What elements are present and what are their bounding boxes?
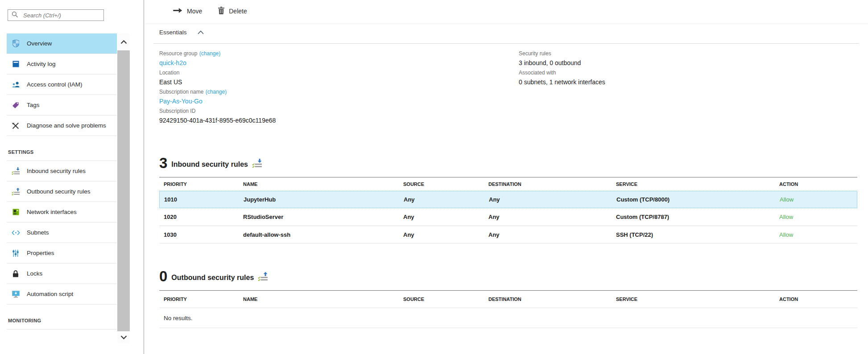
sidebar-item-tags[interactable]: Tags bbox=[7, 95, 117, 115]
cell-priority: 1010 bbox=[160, 196, 239, 203]
sidebar-item-locks[interactable]: Locks bbox=[7, 263, 117, 284]
sidebar-item-overview[interactable]: Overview bbox=[7, 33, 117, 54]
sidebar-item-activity-log[interactable]: Activity log bbox=[7, 54, 117, 74]
essentials-pair: Security rules 3 inbound, 0 outbound bbox=[519, 49, 605, 68]
subscription-name-value[interactable]: Pay-As-You-Go bbox=[159, 96, 519, 107]
inbound-rules-table: PRIORITY NAME SOURCE DESTINATION SERVICE… bbox=[159, 177, 857, 243]
search-icon bbox=[12, 11, 18, 20]
cell-service: Custom (TCP/8787) bbox=[612, 214, 775, 220]
no-results-message: No results. bbox=[159, 308, 857, 328]
essentials-panel: Resource group (change) quick-h2o Locati… bbox=[159, 49, 857, 126]
cell-source: Any bbox=[399, 196, 484, 203]
cell-service: Custom (TCP/8000) bbox=[612, 196, 775, 203]
inbound-table-header: PRIORITY NAME SOURCE DESTINATION SERVICE… bbox=[159, 177, 857, 191]
sidebar-item-label: Access control (IAM) bbox=[27, 81, 83, 88]
essentials-pair: Subscription ID 92429150-401a-431f-8955-… bbox=[159, 107, 519, 126]
search-input[interactable] bbox=[22, 12, 103, 19]
outbound-rules-table: PRIORITY NAME SOURCE DESTINATION SERVICE… bbox=[159, 290, 857, 328]
cell-action: Allow bbox=[775, 231, 857, 238]
lock-icon bbox=[11, 270, 21, 277]
inbound-title: Inbound security rules bbox=[171, 161, 248, 170]
subnets-icon bbox=[11, 230, 21, 235]
properties-icon bbox=[11, 250, 21, 257]
cell-destination: Any bbox=[484, 214, 612, 220]
cell-priority: 1020 bbox=[159, 214, 239, 220]
cell-name: default-allow-ssh bbox=[239, 231, 399, 238]
subscription-change-link[interactable]: (change) bbox=[206, 89, 227, 95]
inbound-count: 3 bbox=[159, 156, 167, 170]
sidebar-section-monitoring: MONITORING bbox=[7, 305, 117, 329]
location-label: Location bbox=[159, 70, 179, 76]
chevron-up-icon bbox=[120, 38, 127, 46]
scroll-up-button[interactable] bbox=[117, 33, 130, 50]
table-row-default-allow-ssh[interactable]: 1030 default-allow-ssh Any Any SSH (TCP/… bbox=[159, 226, 857, 243]
sidebar-item-label: Overview bbox=[27, 40, 52, 47]
sidebar-item-subnets[interactable]: Subnets bbox=[7, 222, 117, 243]
delete-button[interactable]: Delete bbox=[218, 7, 247, 16]
essentials-header: Essentials bbox=[159, 28, 204, 36]
shield-icon bbox=[11, 40, 21, 47]
move-arrow-icon bbox=[173, 8, 182, 15]
column-header-priority: PRIORITY bbox=[159, 296, 239, 302]
subscription-name-label: Subscription name bbox=[159, 89, 203, 95]
sidebar-item-properties[interactable]: Properties bbox=[7, 243, 117, 263]
column-header-source: SOURCE bbox=[399, 181, 484, 187]
sidebar-item-network-interfaces[interactable]: Network interfaces bbox=[7, 202, 117, 222]
associated-with-value: 0 subnets, 1 network interfaces bbox=[519, 77, 605, 87]
column-header-action: ACTION bbox=[775, 296, 857, 302]
column-header-source: SOURCE bbox=[399, 296, 484, 302]
activity-log-icon bbox=[11, 61, 21, 67]
subscription-id-label: Subscription ID bbox=[159, 108, 195, 114]
toolbar-divider bbox=[145, 24, 868, 24]
resource-group-change-link[interactable]: (change) bbox=[199, 50, 220, 57]
move-button-label: Move bbox=[187, 8, 202, 15]
essentials-collapse-button[interactable] bbox=[198, 28, 204, 36]
resource-group-value[interactable]: quick-h2o bbox=[159, 58, 519, 68]
column-header-service: SERVICE bbox=[612, 296, 775, 302]
column-header-priority: PRIORITY bbox=[159, 181, 239, 187]
column-header-destination: DESTINATION bbox=[484, 296, 612, 302]
sidebar-search-box[interactable] bbox=[8, 9, 104, 21]
sidebar-item-outbound-security-rules[interactable]: Outbound security rules bbox=[7, 181, 117, 202]
sidebar-item-automation-script[interactable]: Automation script bbox=[7, 284, 117, 305]
column-header-destination: DESTINATION bbox=[484, 181, 612, 187]
sidebar-item-inbound-security-rules[interactable]: Inbound security rules bbox=[7, 161, 117, 181]
inbound-rules-icon bbox=[11, 167, 21, 175]
resource-sidebar: Overview Activity log Access control (IA… bbox=[0, 0, 144, 354]
scrollbar-thumb[interactable] bbox=[117, 50, 130, 331]
outbound-rules-heading: 0 Outbound security rules bbox=[159, 263, 268, 284]
outbound-rules-icon bbox=[11, 188, 21, 195]
sidebar-item-access-control[interactable]: Access control (IAM) bbox=[7, 74, 117, 95]
essentials-right-column: Security rules 3 inbound, 0 outbound Ass… bbox=[519, 49, 605, 126]
resource-group-label: Resource group bbox=[159, 50, 197, 57]
sidebar-item-label: Tags bbox=[27, 102, 40, 108]
azure-nsg-overview-page: Overview Activity log Access control (IA… bbox=[0, 0, 868, 354]
essentials-left-column: Resource group (change) quick-h2o Locati… bbox=[159, 49, 519, 126]
sidebar-menu: Overview Activity log Access control (IA… bbox=[0, 33, 117, 329]
table-row-jupyterhub[interactable]: 1010 JupyterHub Any Any Custom (TCP/8000… bbox=[159, 191, 857, 208]
outbound-title: Outbound security rules bbox=[171, 274, 254, 284]
security-rules-value: 3 inbound, 0 outbound bbox=[519, 58, 605, 68]
sidebar-item-label: Locks bbox=[27, 270, 42, 277]
subscription-id-value: 92429150-401a-431f-8955-e69c0c119e68 bbox=[159, 115, 519, 126]
scroll-down-button[interactable] bbox=[117, 331, 130, 343]
essentials-pair: Associated with 0 subnets, 1 network int… bbox=[519, 68, 605, 87]
sidebar-item-diagnose[interactable]: Diagnose and solve problems bbox=[7, 115, 117, 136]
sidebar-item-label: Subnets bbox=[27, 229, 49, 236]
cell-name: JupyterHub bbox=[239, 196, 399, 203]
cell-service: SSH (TCP/22) bbox=[612, 231, 775, 238]
essentials-title: Essentials bbox=[159, 29, 187, 36]
cell-source: Any bbox=[399, 231, 484, 238]
delete-button-label: Delete bbox=[229, 8, 247, 15]
table-row-rstudioserver[interactable]: 1020 RStudioServer Any Any Custom (TCP/8… bbox=[159, 208, 857, 226]
sidebar-item-label: Outbound security rules bbox=[27, 188, 91, 195]
location-value: East US bbox=[159, 77, 519, 87]
sidebar-item-label: Properties bbox=[27, 250, 54, 256]
sidebar-item-label: Activity log bbox=[27, 61, 56, 67]
column-header-service: SERVICE bbox=[612, 181, 775, 187]
inbound-rules-heading: 3 Inbound security rules bbox=[159, 150, 262, 170]
sidebar-scrollbar bbox=[117, 33, 130, 343]
cell-destination: Any bbox=[484, 231, 612, 238]
move-button[interactable]: Move bbox=[173, 8, 202, 15]
sidebar-section-settings: SETTINGS bbox=[7, 136, 117, 161]
